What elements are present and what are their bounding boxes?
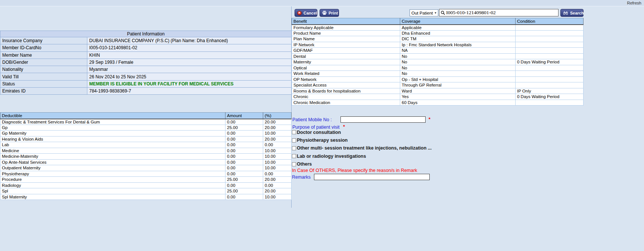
visit-type-select[interactable]: Out Patient ▼ <box>410 9 438 16</box>
patient-info-row: Valid Till 26 Nov 2024 to 25 Nov 2025 <box>0 73 292 80</box>
benefit-row: Maternity No 0 Days Waiting Period <box>292 59 584 65</box>
deductible-row: Op Ante-Natal Services 0.00 10.00 <box>0 159 292 165</box>
deductible-percent-cell: 20.00 <box>263 177 292 183</box>
refresh-link[interactable]: Refresh <box>627 1 641 5</box>
benefit-header-coverage: Coverage <box>400 18 516 25</box>
benefit-coverage-cell: Through GP Referral <box>400 82 516 88</box>
benefit-row: Chronic Yes 0 Days Waiting Period <box>292 94 584 100</box>
deductible-amount-cell: 0.00 <box>225 142 263 148</box>
cancel-button[interactable]: ✕ Cancel <box>295 9 317 17</box>
purpose-option-label: Lab or radiology investigations <box>297 154 366 159</box>
deductible-header-name: Deductible <box>0 113 225 119</box>
deductible-row: Radiology 0.00 0.00 <box>0 182 292 188</box>
benefit-row: Product Name Dha Enhanced <box>292 30 584 36</box>
visit-type-value: Out Patient <box>411 11 433 15</box>
benefit-coverage-cell: No <box>400 53 516 59</box>
purpose-options-list: Doctor consultation Physiotherapy sessio… <box>292 128 432 168</box>
deductible-header-row: Deductible Amount (%) <box>0 113 292 119</box>
benefit-row: Optical No <box>292 65 584 71</box>
patient-info-label: Emirates ID <box>0 88 87 95</box>
benefit-condition-cell <box>516 71 584 77</box>
patient-info-label: DOB/Gender <box>0 59 87 66</box>
deductible-row: Hearing & Vision Aids 0.00 20.00 <box>0 136 292 142</box>
patient-info-label: Member ID-CardNo <box>0 44 87 51</box>
benefit-condition-cell <box>516 42 584 48</box>
purpose-checkbox[interactable] <box>292 154 296 158</box>
benefit-coverage-cell: No <box>400 65 516 71</box>
patient-info-table: Patient Information Insurance Company DU… <box>0 31 292 95</box>
benefit-table: Benefit Coverage Condition Formulary App… <box>292 18 584 106</box>
deductible-row: Medicine-Maternity 0.00 10.00 <box>0 154 292 160</box>
deductible-amount-cell: 0.00 <box>225 136 263 142</box>
deductible-row: Procedure 25.00 20.00 <box>0 177 292 183</box>
patient-info-row: Nationality Myanmar <box>0 66 292 73</box>
deductible-name-cell: Diagnostic & Treatment Services For Dent… <box>0 119 225 125</box>
mobile-input[interactable] <box>340 116 426 123</box>
deductible-percent-cell: 10.00 <box>263 165 292 171</box>
purpose-option-label: Others <box>297 161 312 167</box>
patient-info-value: MEMBER IS ELIGIBLE IN YOUR FACILITY FOR … <box>87 80 292 87</box>
deductible-table: Deductible Amount (%) Diagnostic & Treat… <box>0 112 292 200</box>
purpose-checkbox[interactable] <box>292 146 296 150</box>
patient-info-title: Patient Information <box>0 31 292 37</box>
remarks-input[interactable] <box>314 174 430 180</box>
deductible-row: Physiotherapy 0.00 0.00 <box>0 171 292 177</box>
deductible-amount-cell: 0.00 <box>225 119 263 125</box>
deductible-row: Gp 25.00 20.00 <box>0 125 292 131</box>
benefit-coverage-cell: DIC TM <box>400 36 516 42</box>
purpose-option-row: Doctor consultation <box>292 128 432 136</box>
patient-info-value: I005-010-121409801-02 <box>87 44 292 51</box>
benefit-name-cell: Formulary Applicable <box>292 25 400 31</box>
deductible-amount-cell: 0.00 <box>225 159 263 165</box>
magnifier-icon <box>441 10 445 15</box>
patient-info-label: Insurance Company <box>0 37 87 44</box>
purpose-checkbox[interactable] <box>292 162 296 166</box>
deductible-amount-cell: 25.00 <box>225 177 263 183</box>
patient-info-value: 26 Nov 2024 to 25 Nov 2025 <box>87 73 292 80</box>
purpose-option-label: Other multi- session treatment like inje… <box>297 145 432 151</box>
mobile-required-marker: * <box>429 117 430 122</box>
deductible-percent-cell: 0.00 <box>263 142 292 148</box>
search-input[interactable] <box>446 10 557 16</box>
purpose-option-row: Other multi- session treatment like inje… <box>292 144 432 152</box>
deductible-row: Lab 0.00 0.00 <box>0 142 292 148</box>
benefit-row: Dental No <box>292 53 584 59</box>
mobile-label: Patient Mobile No : <box>292 117 332 122</box>
deductible-name-cell: Medicine-Maternity <box>0 154 225 160</box>
benefit-condition-cell <box>516 30 584 36</box>
deductible-percent-cell: 10.00 <box>263 148 292 154</box>
benefit-name-cell: Plan Name <box>292 36 400 42</box>
deductible-percent-cell: 0.00 <box>263 182 292 188</box>
deductible-percent-cell: 10.00 <box>263 194 292 200</box>
benefit-row: Work Related No <box>292 71 584 77</box>
benefit-row: GDF/MAF NA <box>292 48 584 54</box>
cancel-button-label: Cancel <box>304 11 317 15</box>
benefit-row: Formulary Applicable Applicable <box>292 25 584 31</box>
printer-icon <box>322 11 327 15</box>
benefit-condition-cell: IP Only <box>516 88 584 94</box>
deductible-name-cell: Op Ante-Natal Services <box>0 159 225 165</box>
benefit-name-cell: Chronic <box>292 94 400 100</box>
benefit-coverage-cell: 60 Days <box>400 100 516 106</box>
benefit-condition-cell <box>516 100 584 106</box>
deductible-header-amount: Amount <box>225 113 263 119</box>
purpose-option-row: Physiotherapy session <box>292 136 432 144</box>
purpose-option-row: Lab or radiology investigations <box>292 152 432 160</box>
deductible-name-cell: Physiotherapy <box>0 171 225 177</box>
deductible-amount-cell: 0.00 <box>225 131 263 137</box>
deductible-percent-cell: 10.00 <box>263 131 292 137</box>
benefit-condition-cell: 0 Days Waiting Period <box>516 59 584 65</box>
benefit-name-cell: GDF/MAF <box>292 48 400 54</box>
print-button[interactable]: Print <box>320 9 339 17</box>
patient-info-row: Member ID-CardNo I005-010-121409801-02 <box>0 44 292 51</box>
patient-info-row: Status MEMBER IS ELIGIBLE IN YOUR FACILI… <box>0 80 292 87</box>
benefit-row: Chronic Medication 60 Days <box>292 100 584 106</box>
purpose-checkbox[interactable] <box>292 138 296 142</box>
deductible-percent-cell: 10.00 <box>263 159 292 165</box>
purpose-checkbox[interactable] <box>292 130 296 134</box>
deductible-row: Diagnostic & Treatment Services For Dent… <box>0 119 292 125</box>
benefit-condition-cell <box>516 48 584 54</box>
deductible-amount-cell: 0.00 <box>225 194 263 200</box>
others-note: In Case Of OTHERS, Please specify the re… <box>292 168 417 173</box>
search-button[interactable]: Search <box>560 9 584 17</box>
